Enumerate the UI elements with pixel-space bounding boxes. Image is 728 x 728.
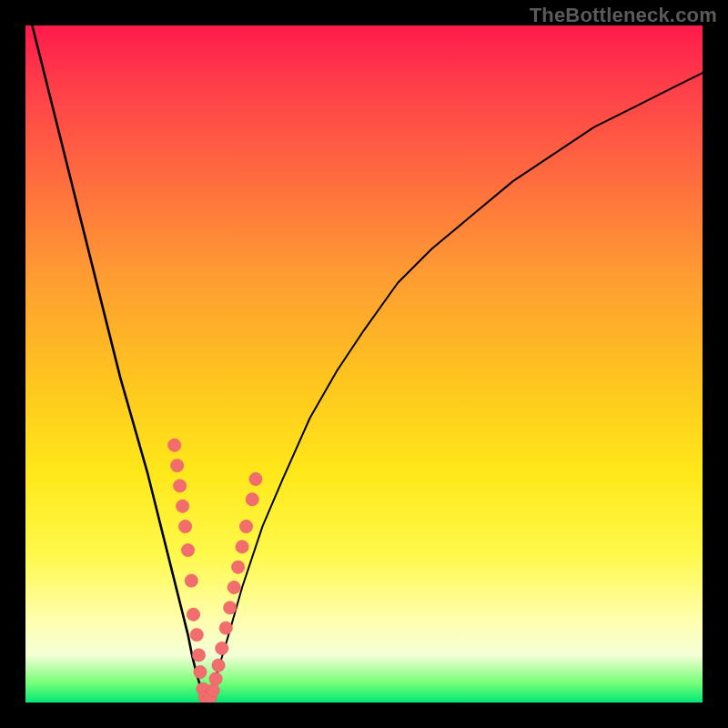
data-marker: [181, 543, 194, 556]
data-marker: [176, 500, 188, 512]
data-marker: [207, 683, 219, 696]
data-marker: [216, 642, 228, 654]
plot-area: [25, 25, 703, 703]
data-marker: [239, 520, 252, 532]
data-marker: [173, 480, 186, 492]
data-marker: [170, 459, 183, 471]
data-marker: [190, 628, 203, 641]
curve-left-branch: [25, 25, 207, 702]
data-marker: [246, 493, 258, 506]
bottleneck-curve: [25, 25, 703, 703]
data-marker: [167, 439, 180, 451]
watermark-label: TheBottleneck.com: [530, 4, 717, 27]
data-marker: [219, 622, 232, 634]
data-marker: [185, 574, 197, 587]
data-marker: [223, 602, 236, 614]
data-marker: [187, 608, 199, 621]
data-marker: [249, 472, 262, 485]
data-marker: [236, 541, 248, 553]
data-marker: [209, 672, 222, 685]
data-marker: [231, 561, 244, 573]
data-marker: [178, 520, 191, 532]
data-marker: [194, 665, 207, 678]
data-marker: [212, 659, 225, 672]
data-marker: [192, 649, 205, 662]
chart-frame: TheBottleneck.com: [0, 0, 728, 728]
curve-right-branch: [207, 73, 703, 701]
data-marker: [228, 581, 240, 593]
